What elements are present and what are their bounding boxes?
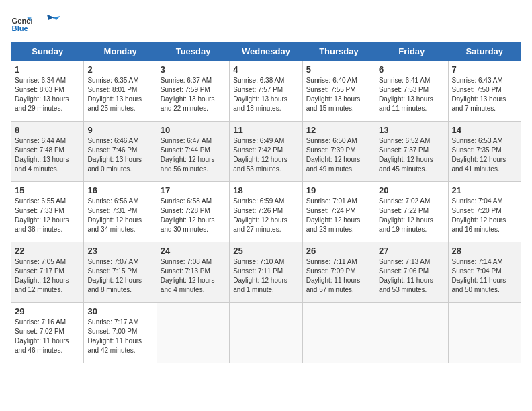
calendar-day-cell bbox=[157, 303, 229, 363]
calendar-day-cell bbox=[230, 303, 302, 363]
day-number: 10 bbox=[161, 125, 226, 135]
col-header-thursday: Thursday bbox=[302, 42, 375, 61]
logo: General Blue bbox=[11, 11, 60, 36]
day-number: 16 bbox=[87, 185, 152, 195]
calendar-day-cell: 23Sunrise: 7:07 AM Sunset: 7:15 PM Dayli… bbox=[84, 242, 157, 303]
day-number: 9 bbox=[87, 125, 152, 135]
calendar-day-cell: 6Sunrise: 6:41 AM Sunset: 7:53 PM Daylig… bbox=[375, 61, 448, 122]
day-number: 8 bbox=[15, 125, 80, 135]
day-info: Sunrise: 6:40 AM Sunset: 7:55 PM Dayligh… bbox=[306, 76, 371, 113]
day-info: Sunrise: 7:04 AM Sunset: 7:20 PM Dayligh… bbox=[452, 197, 517, 234]
day-number: 1 bbox=[15, 64, 80, 75]
calendar-week-row: 1Sunrise: 6:34 AM Sunset: 8:03 PM Daylig… bbox=[11, 61, 521, 122]
col-header-tuesday: Tuesday bbox=[157, 42, 229, 61]
day-info: Sunrise: 6:56 AM Sunset: 7:31 PM Dayligh… bbox=[87, 197, 152, 234]
day-info: Sunrise: 7:16 AM Sunset: 7:02 PM Dayligh… bbox=[15, 318, 80, 355]
calendar-day-cell: 22Sunrise: 7:05 AM Sunset: 7:17 PM Dayli… bbox=[11, 242, 84, 303]
calendar-table: SundayMondayTuesdayWednesdayThursdayFrid… bbox=[11, 42, 521, 363]
calendar-day-cell: 18Sunrise: 6:59 AM Sunset: 7:26 PM Dayli… bbox=[230, 182, 302, 242]
day-number: 18 bbox=[233, 185, 298, 195]
day-info: Sunrise: 6:44 AM Sunset: 7:48 PM Dayligh… bbox=[15, 136, 80, 174]
calendar-day-cell: 11Sunrise: 6:49 AM Sunset: 7:42 PM Dayli… bbox=[230, 122, 302, 182]
day-info: Sunrise: 7:14 AM Sunset: 7:04 PM Dayligh… bbox=[452, 257, 517, 295]
day-number: 6 bbox=[379, 64, 444, 75]
day-info: Sunrise: 6:46 AM Sunset: 7:46 PM Dayligh… bbox=[87, 136, 152, 174]
logo-icon: General Blue bbox=[11, 13, 32, 34]
calendar-day-cell: 28Sunrise: 7:14 AM Sunset: 7:04 PM Dayli… bbox=[448, 242, 521, 303]
calendar-day-cell: 3Sunrise: 6:37 AM Sunset: 7:59 PM Daylig… bbox=[157, 61, 229, 122]
day-info: Sunrise: 7:08 AM Sunset: 7:13 PM Dayligh… bbox=[161, 257, 226, 295]
col-header-monday: Monday bbox=[84, 42, 157, 61]
day-info: Sunrise: 6:41 AM Sunset: 7:53 PM Dayligh… bbox=[379, 76, 444, 113]
calendar-day-cell: 24Sunrise: 7:08 AM Sunset: 7:13 PM Dayli… bbox=[157, 242, 229, 303]
day-info: Sunrise: 6:49 AM Sunset: 7:42 PM Dayligh… bbox=[233, 136, 298, 174]
day-info: Sunrise: 7:01 AM Sunset: 7:24 PM Dayligh… bbox=[306, 197, 371, 234]
calendar-day-cell: 16Sunrise: 6:56 AM Sunset: 7:31 PM Dayli… bbox=[84, 182, 157, 242]
day-number: 28 bbox=[452, 246, 517, 256]
day-number: 3 bbox=[161, 64, 226, 75]
col-header-saturday: Saturday bbox=[448, 42, 521, 61]
calendar-day-cell: 8Sunrise: 6:44 AM Sunset: 7:48 PM Daylig… bbox=[11, 122, 84, 182]
day-number: 20 bbox=[379, 185, 444, 195]
day-number: 7 bbox=[452, 64, 517, 75]
calendar-week-row: 8Sunrise: 6:44 AM Sunset: 7:48 PM Daylig… bbox=[11, 122, 521, 182]
calendar-day-cell: 12Sunrise: 6:50 AM Sunset: 7:39 PM Dayli… bbox=[302, 122, 375, 182]
day-number: 5 bbox=[306, 64, 371, 75]
calendar-day-cell: 29Sunrise: 7:16 AM Sunset: 7:02 PM Dayli… bbox=[11, 303, 84, 363]
day-number: 11 bbox=[233, 125, 298, 135]
day-number: 13 bbox=[379, 125, 444, 135]
day-number: 4 bbox=[233, 64, 298, 75]
day-info: Sunrise: 6:43 AM Sunset: 7:50 PM Dayligh… bbox=[452, 76, 517, 113]
day-info: Sunrise: 7:05 AM Sunset: 7:17 PM Dayligh… bbox=[15, 257, 80, 295]
day-number: 14 bbox=[452, 125, 517, 135]
day-info: Sunrise: 6:37 AM Sunset: 7:59 PM Dayligh… bbox=[161, 76, 226, 113]
col-header-friday: Friday bbox=[375, 42, 448, 61]
calendar-week-row: 29Sunrise: 7:16 AM Sunset: 7:02 PM Dayli… bbox=[11, 303, 521, 363]
calendar-header-row: SundayMondayTuesdayWednesdayThursdayFrid… bbox=[11, 42, 521, 61]
day-info: Sunrise: 6:59 AM Sunset: 7:26 PM Dayligh… bbox=[233, 197, 298, 234]
calendar-day-cell: 1Sunrise: 6:34 AM Sunset: 8:03 PM Daylig… bbox=[11, 61, 84, 122]
svg-marker-5 bbox=[54, 16, 60, 20]
day-number: 25 bbox=[233, 246, 298, 256]
day-number: 23 bbox=[87, 246, 152, 256]
day-info: Sunrise: 7:02 AM Sunset: 7:22 PM Dayligh… bbox=[379, 197, 444, 234]
day-info: Sunrise: 6:50 AM Sunset: 7:39 PM Dayligh… bbox=[306, 136, 371, 174]
day-number: 26 bbox=[306, 246, 371, 256]
day-info: Sunrise: 6:55 AM Sunset: 7:33 PM Dayligh… bbox=[15, 197, 80, 234]
calendar-day-cell: 25Sunrise: 7:10 AM Sunset: 7:11 PM Dayli… bbox=[230, 242, 302, 303]
day-info: Sunrise: 7:17 AM Sunset: 7:00 PM Dayligh… bbox=[87, 318, 152, 355]
calendar-day-cell: 19Sunrise: 7:01 AM Sunset: 7:24 PM Dayli… bbox=[302, 182, 375, 242]
calendar-day-cell: 10Sunrise: 6:47 AM Sunset: 7:44 PM Dayli… bbox=[157, 122, 229, 182]
calendar-day-cell: 27Sunrise: 7:13 AM Sunset: 7:06 PM Dayli… bbox=[375, 242, 448, 303]
day-info: Sunrise: 7:10 AM Sunset: 7:11 PM Dayligh… bbox=[233, 257, 298, 295]
calendar-day-cell: 9Sunrise: 6:46 AM Sunset: 7:46 PM Daylig… bbox=[84, 122, 157, 182]
day-info: Sunrise: 7:11 AM Sunset: 7:09 PM Dayligh… bbox=[306, 257, 371, 295]
calendar-day-cell: 14Sunrise: 6:53 AM Sunset: 7:35 PM Dayli… bbox=[448, 122, 521, 182]
calendar-day-cell: 17Sunrise: 6:58 AM Sunset: 7:28 PM Dayli… bbox=[157, 182, 229, 242]
day-info: Sunrise: 6:58 AM Sunset: 7:28 PM Dayligh… bbox=[161, 197, 226, 234]
day-number: 15 bbox=[15, 185, 80, 195]
col-header-wednesday: Wednesday bbox=[230, 42, 302, 61]
day-number: 30 bbox=[87, 306, 152, 316]
calendar-day-cell: 26Sunrise: 7:11 AM Sunset: 7:09 PM Dayli… bbox=[302, 242, 375, 303]
day-number: 29 bbox=[15, 306, 80, 316]
calendar-day-cell: 7Sunrise: 6:43 AM Sunset: 7:50 PM Daylig… bbox=[448, 61, 521, 122]
calendar-day-cell: 30Sunrise: 7:17 AM Sunset: 7:00 PM Dayli… bbox=[84, 303, 157, 363]
day-number: 17 bbox=[161, 185, 226, 195]
calendar-day-cell: 2Sunrise: 6:35 AM Sunset: 8:01 PM Daylig… bbox=[84, 61, 157, 122]
day-number: 27 bbox=[379, 246, 444, 256]
day-number: 2 bbox=[87, 64, 152, 75]
day-number: 21 bbox=[452, 185, 517, 195]
day-info: Sunrise: 6:52 AM Sunset: 7:37 PM Dayligh… bbox=[379, 136, 444, 174]
calendar-day-cell: 15Sunrise: 6:55 AM Sunset: 7:33 PM Dayli… bbox=[11, 182, 84, 242]
calendar-day-cell: 5Sunrise: 6:40 AM Sunset: 7:55 PM Daylig… bbox=[302, 61, 375, 122]
day-info: Sunrise: 6:38 AM Sunset: 7:57 PM Dayligh… bbox=[233, 76, 298, 113]
calendar-day-cell: 20Sunrise: 7:02 AM Sunset: 7:22 PM Dayli… bbox=[375, 182, 448, 242]
day-number: 22 bbox=[15, 246, 80, 256]
calendar-week-row: 15Sunrise: 6:55 AM Sunset: 7:33 PM Dayli… bbox=[11, 182, 521, 242]
calendar-day-cell: 13Sunrise: 6:52 AM Sunset: 7:37 PM Dayli… bbox=[375, 122, 448, 182]
day-info: Sunrise: 6:47 AM Sunset: 7:44 PM Dayligh… bbox=[161, 136, 226, 174]
svg-marker-6 bbox=[47, 15, 54, 20]
logo-bird-icon bbox=[35, 11, 60, 36]
day-number: 19 bbox=[306, 185, 371, 195]
